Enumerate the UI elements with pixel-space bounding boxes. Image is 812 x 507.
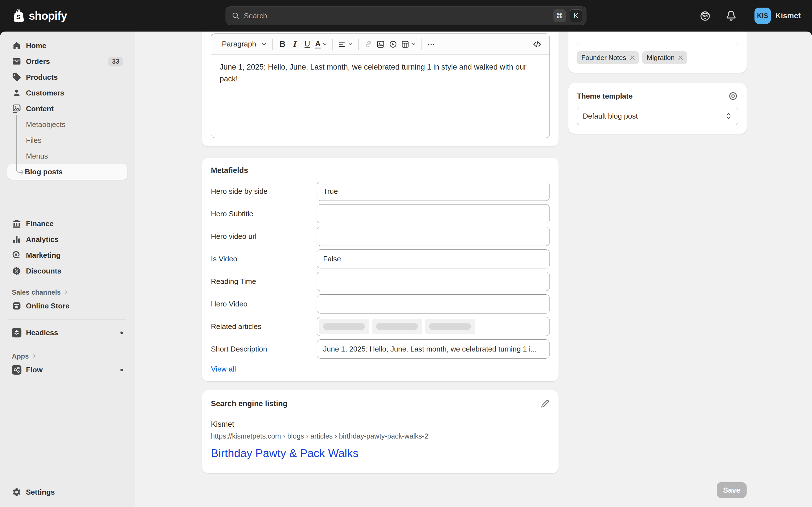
analytics-bars-icon [12, 235, 21, 244]
apps-header[interactable]: Apps [7, 351, 128, 362]
discounts-badge-icon [12, 266, 21, 276]
sidebar-item-label: Blog posts [25, 168, 63, 176]
sidebar-item-label: Home [26, 41, 46, 50]
sales-channels-header[interactable]: Sales channels [7, 287, 128, 298]
insert-table-dropdown[interactable] [399, 38, 418, 51]
remove-tag-icon[interactable] [629, 54, 636, 61]
edit-pencil-icon[interactable] [540, 399, 550, 409]
metafield-input-hero-video[interactable] [317, 294, 550, 314]
home-icon [12, 41, 21, 50]
view-all-link[interactable]: View all [211, 365, 236, 374]
sidebar-item-products[interactable]: Products [7, 69, 128, 85]
metafield-input-hero-subtitle[interactable] [317, 204, 550, 223]
chevron-down-icon [348, 42, 353, 47]
sidebar-item-label: Marketing [26, 251, 61, 260]
metafield-input-is-video[interactable]: False [317, 249, 550, 269]
tags-card: Founder Notes Migration [568, 32, 747, 73]
sidebar-item-label: Products [26, 73, 58, 82]
store-avatar: KIS [755, 8, 771, 24]
chevron-right-icon [63, 290, 69, 295]
editor-content-area[interactable]: June 1, 2025: Hello, June. Last month, w… [211, 55, 547, 92]
metafield-row: Hero video url [211, 227, 550, 246]
toolbar-divider [358, 39, 359, 50]
svg-text:S: S [16, 13, 20, 20]
post-content-card: Paragraph B I U A [202, 32, 559, 147]
metafield-row: Related articles [211, 317, 550, 336]
remove-tag-icon[interactable] [677, 54, 684, 61]
shopify-logo[interactable]: S shopify [11, 8, 67, 24]
more-options-button[interactable] [425, 38, 437, 51]
chevron-right-icon [32, 353, 37, 359]
code-view-button[interactable] [531, 38, 543, 51]
sidebar-item-metaobjects[interactable]: Metaobjects [7, 117, 128, 132]
sidebar-item-label: Finance [26, 219, 54, 228]
k-keycap: K [570, 9, 582, 22]
finance-bank-icon [12, 219, 21, 228]
chevron-down-icon [411, 42, 416, 47]
insert-video-button[interactable] [387, 38, 399, 51]
sidebar-item-finance[interactable]: Finance [7, 216, 128, 231]
seo-site-name: Kismet [211, 420, 550, 429]
italic-button[interactable]: I [289, 38, 301, 51]
sidebar-item-discounts[interactable]: Discounts [7, 263, 128, 279]
store-menu[interactable]: KIS Kismet [755, 8, 801, 24]
sidebar-item-label: Online Store [26, 302, 70, 311]
sidebar-item-label: Analytics [26, 235, 59, 244]
sidebar-item-label: Headless [26, 328, 58, 337]
sidebar-item-customers[interactable]: Customers [7, 85, 128, 101]
metafield-row: Short Description June 1, 2025: Hello, J… [211, 339, 550, 358]
tags-input[interactable] [577, 32, 738, 46]
metafield-input-hero-side-by-side[interactable]: True [317, 182, 550, 201]
sidebar-item-marketing[interactable]: Marketing [7, 247, 128, 263]
save-button[interactable]: Save [717, 482, 747, 498]
sidebar-item-headless[interactable]: Headless [7, 325, 128, 341]
notification-dot [120, 332, 123, 334]
global-search-input[interactable]: Search ⌘ K [225, 6, 587, 25]
sidebar-item-files[interactable]: Files [7, 132, 128, 148]
bold-button[interactable]: B [276, 38, 289, 51]
app-frame: Home Orders 33 Products Customers [0, 32, 812, 507]
theme-template-card: Theme template Default blog post [568, 83, 747, 134]
alignment-dropdown[interactable] [336, 38, 355, 51]
sidebar-item-online-store[interactable]: Online Store [7, 298, 128, 314]
underline-button[interactable]: U [301, 38, 313, 51]
search-icon [232, 11, 240, 20]
topbar: S shopify Search ⌘ K KIS Kismet [0, 0, 812, 32]
sidebar-item-flow[interactable]: Flow [7, 362, 128, 378]
code-icon [532, 40, 542, 49]
metafield-row: Is Video False [211, 249, 550, 269]
editor-toolbar: Paragraph B I U A [211, 34, 550, 55]
sidebar-item-label: Settings [26, 488, 55, 497]
sidebar-item-settings[interactable]: Settings [7, 484, 128, 500]
sidebar-item-label: Discounts [26, 267, 61, 276]
skeleton-chip [372, 319, 422, 334]
view-icon[interactable] [728, 91, 738, 101]
seo-page-title-link[interactable]: Birthday Pawty & Pack Walks [211, 447, 550, 460]
metafield-input-hero-video-url[interactable] [317, 227, 550, 246]
customers-icon [12, 88, 21, 98]
sidebar-item-home[interactable]: Home [7, 38, 128, 54]
content-icon [12, 104, 21, 114]
metafield-input-short-description[interactable]: June 1, 2025: Hello, June. Last month, w… [317, 339, 550, 358]
notifications-bell-icon[interactable] [725, 10, 737, 22]
main-content: Paragraph B I U A [135, 32, 812, 507]
metafield-row: Hero Video [211, 294, 550, 314]
metafield-input-reading-time[interactable] [317, 272, 550, 291]
sidebar-item-blog-posts[interactable]: Blog posts [7, 164, 128, 180]
theme-template-select[interactable]: Default blog post [577, 107, 738, 125]
sidebar-item-content[interactable]: Content [7, 101, 128, 117]
insert-image-button[interactable] [374, 38, 387, 51]
text-color-dropdown[interactable]: A [313, 38, 329, 51]
sidebar-item-label: Menus [26, 152, 48, 161]
sidekick-icon[interactable] [699, 10, 711, 22]
headless-app-icon [12, 328, 21, 337]
sidebar-item-analytics[interactable]: Analytics [7, 231, 128, 247]
sidebar: Home Orders 33 Products Customers [0, 32, 135, 507]
metafield-input-related-articles[interactable] [317, 317, 550, 336]
insert-link-button[interactable] [362, 38, 374, 51]
sidebar-item-orders[interactable]: Orders 33 [7, 54, 128, 69]
sidebar-item-menus[interactable]: Menus [7, 148, 128, 164]
paragraph-style-dropdown[interactable]: Paragraph [217, 38, 269, 51]
flow-app-icon [12, 365, 21, 375]
products-tag-icon [12, 72, 21, 82]
